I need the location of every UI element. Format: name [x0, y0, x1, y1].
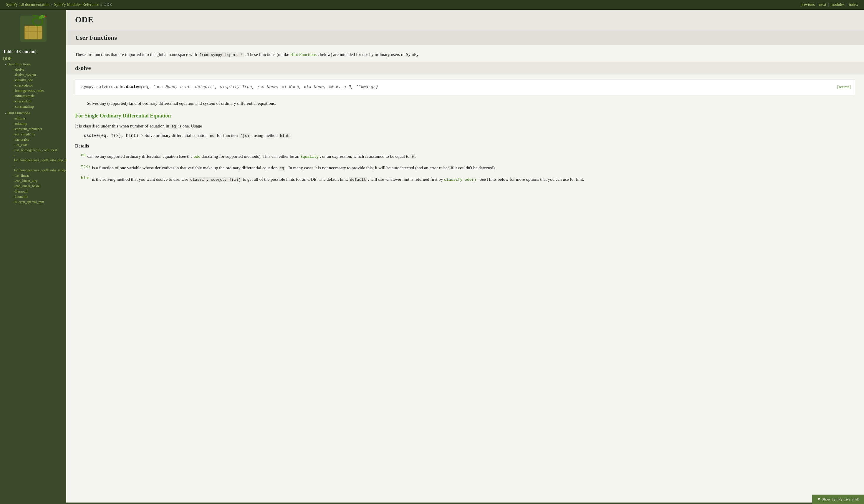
nav-sep-3: |	[846, 2, 847, 7]
toc-link-homogeneous-order[interactable]: homogeneous_order	[15, 88, 44, 93]
nav-previous[interactable]: previous	[801, 2, 815, 7]
breadcrumb: SymPy 1.8 documentation » SymPy Modules …	[6, 2, 112, 7]
period: .	[290, 133, 291, 138]
toc-link-infinitesimals[interactable]: infinitesimals	[15, 94, 34, 98]
logo-area	[3, 14, 63, 45]
nav-modules[interactable]: modules	[831, 2, 844, 7]
toc-item-1st-hom-subs-indep[interactable]: 1st_homogeneous_coeff_subs_indep_div_dep	[14, 163, 63, 172]
toc-item-riccati[interactable]: Riccati_special_min	[14, 200, 63, 204]
toc-link-sol-simplicity[interactable]: sol_simplicity	[15, 132, 35, 136]
toc-item-checkodesol[interactable]: checkodesol	[14, 83, 63, 88]
detail-eq-text1: can be any supported ordinary differenti…	[87, 154, 193, 159]
layout: Table of Contents ODE ▪ User Functions d…	[0, 10, 864, 503]
toc-link-2nd-linear-bessel[interactable]: 2nd_linear_bessel	[15, 184, 41, 188]
detail-fx-eq: eq	[279, 166, 285, 171]
nav-next[interactable]: next	[819, 2, 826, 7]
user-functions-heading: User Functions	[75, 34, 855, 41]
detail-hint-text3: , will use whatever hint is returned fir…	[368, 177, 443, 182]
toc-link-2nd-linear-airy[interactable]: 2nd_linear_airy	[15, 179, 37, 183]
detail-hint-classify: classify_ode()	[444, 178, 476, 182]
show-sympy-button[interactable]: ▼ Show SymPy Live Shell	[812, 495, 864, 504]
toc-item-liouville[interactable]: Liouville	[14, 194, 63, 199]
toc-link-allhints[interactable]: allhints	[15, 116, 25, 120]
toc-item-1st-hom-best[interactable]: 1st_homogeneous_coeff_best	[14, 148, 63, 153]
toc-item-1st-linear[interactable]: 1st_linear	[14, 173, 63, 178]
toc-link-1st-hom-subs-indep[interactable]: 1st_homogeneous_coeff_subs_indep_div_dep	[14, 168, 66, 172]
single-ode-text1: It is classified under this when number …	[75, 124, 169, 128]
toc-link-1st-hom-best[interactable]: 1st_homogeneous_coeff_best	[15, 148, 57, 152]
toc-item-constant-renumber[interactable]: constant_renumber	[14, 127, 63, 131]
toc-link-constantsimp[interactable]: constantsimp	[15, 105, 34, 109]
toc-item-ode[interactable]: ODE	[3, 57, 63, 61]
detail-fx: f(x) is a function of one variable whose…	[81, 164, 855, 172]
toc-item-homogeneous-order[interactable]: homogeneous_order	[14, 88, 63, 93]
breadcrumb-sep-1: »	[51, 2, 53, 7]
toc-item-1st-exact[interactable]: 1st_exact	[14, 143, 63, 147]
toc-link-hint-functions[interactable]: Hint Functions	[7, 111, 30, 115]
toc-item-hint-functions[interactable]: ▪ Hint Functions allhints odesimp consta…	[3, 111, 63, 204]
toc-item-2nd-linear-airy[interactable]: 2nd_linear_airy	[14, 178, 63, 183]
toc-item-dsolve[interactable]: dsolve	[14, 67, 63, 72]
toc-link-1st-linear[interactable]: 1st_linear	[15, 173, 29, 178]
detail-hint-text2: to get all of the possible hints for an …	[243, 177, 348, 182]
func-name: dsolve	[126, 84, 141, 89]
toc-item-user-functions[interactable]: ▪ User Functions dsolve dsolve_system cl…	[3, 62, 63, 109]
toc-item-infinitesimals[interactable]: infinitesimals	[14, 94, 63, 98]
svg-point-7	[40, 15, 45, 18]
toc-link-classify-ode[interactable]: classify_ode	[15, 78, 33, 82]
detail-hint-key: hint	[81, 176, 90, 180]
topbar: SymPy 1.8 documentation » SymPy Modules …	[0, 0, 864, 10]
toc-link-odesimp[interactable]: odesimp	[15, 122, 27, 126]
main-area: ODE User Functions These are functions t…	[66, 10, 864, 503]
breadcrumb-sep-2: »	[100, 2, 102, 7]
toc-title: Table of Contents	[3, 49, 63, 54]
toc-item-factorable[interactable]: factorable	[14, 137, 63, 142]
toc-link-riccati[interactable]: Riccati_special_min	[15, 200, 44, 204]
source-link[interactable]: [source]	[837, 84, 851, 91]
toc-link-1st-hom-subs-dep[interactable]: 1st_homogeneous_coeff_subs_dep_div_indep	[14, 158, 66, 162]
dsolve-section-header: dsolve	[66, 62, 864, 74]
toc-link-dsolve[interactable]: dsolve	[15, 68, 24, 72]
toc-link-dsolve-system[interactable]: dsolve_system	[15, 73, 36, 77]
toc-hint-sub: allhints odesimp constant_renumber sol_s…	[5, 116, 63, 204]
detail-fx-key: f(x)	[81, 164, 90, 169]
toc-link-user-functions[interactable]: User Functions	[7, 62, 31, 66]
details-label: Details	[75, 143, 855, 149]
detail-hint-value: is the solving method that you want dsol…	[92, 176, 584, 183]
toc-link-constant-renumber[interactable]: constant_renumber	[15, 127, 42, 131]
toc-item-sol-simplicity[interactable]: sol_simplicity	[14, 132, 63, 136]
detail-fx-text2: . In many cases it is not necessary to p…	[286, 166, 496, 170]
toc-link-1st-exact[interactable]: 1st_exact	[15, 143, 28, 147]
toc-link-liouville[interactable]: Liouville	[15, 195, 28, 199]
detail-eq-text3: , or an expression, which is assumed to …	[320, 154, 409, 159]
toc-item-2nd-linear-bessel[interactable]: 2nd_linear_bessel	[14, 184, 63, 189]
detail-hint-code: classify_ode(eq, f(x))	[189, 177, 242, 182]
detail-hint-text1: is the solving method that you want dsol…	[92, 177, 188, 182]
detail-eq-text2: docstring for supported methods). This c…	[202, 154, 299, 159]
toc-item-checkinfsol[interactable]: checkinfsol	[14, 99, 63, 104]
toc-link-checkodesol[interactable]: checkodesol	[15, 83, 32, 87]
detail-hint-text4: . See Hints below for more options that …	[477, 177, 584, 182]
detail-eq-value: can be any supported ordinary differenti…	[87, 153, 416, 160]
toc-link-ode[interactable]: ODE	[3, 57, 11, 61]
func-module: sympy.solvers.ode.	[81, 84, 126, 89]
func-params: (eq, func=None, hint='default', simplify…	[141, 84, 379, 89]
hint-functions-link[interactable]: Hint Functions	[290, 52, 316, 57]
toc-link-checkinfsol[interactable]: checkinfsol	[15, 99, 31, 103]
toc-item-allhints[interactable]: allhints	[14, 116, 63, 121]
eq-code2: eq	[209, 133, 216, 139]
toc-link-bernoulli[interactable]: Bernoulli	[15, 189, 28, 193]
user-functions-intro-text: These are functions that are imported in…	[75, 52, 197, 57]
toc-item-bernoulli[interactable]: Bernoulli	[14, 189, 63, 194]
toc-item-1st-hom-subs-dep[interactable]: 1st_homogeneous_coeff_subs_dep_div_indep	[14, 153, 63, 163]
toc-item-dsolve-system[interactable]: dsolve_system	[14, 72, 63, 77]
toc-item-constantsimp[interactable]: constantsimp	[14, 104, 63, 109]
toc-item-classify-ode[interactable]: classify_ode	[14, 78, 63, 82]
breadcrumb-sympy-docs[interactable]: SymPy 1.8 documentation	[6, 2, 49, 7]
breadcrumb-modules-ref[interactable]: SymPy Modules Reference	[54, 2, 99, 7]
toc-user-sub: dsolve dsolve_system classify_ode checko…	[5, 67, 63, 109]
toc-link-factorable[interactable]: factorable	[15, 137, 29, 142]
nav-sep-2: |	[828, 2, 829, 7]
nav-index[interactable]: index	[849, 2, 858, 7]
toc-item-odesimp[interactable]: odesimp	[14, 121, 63, 126]
